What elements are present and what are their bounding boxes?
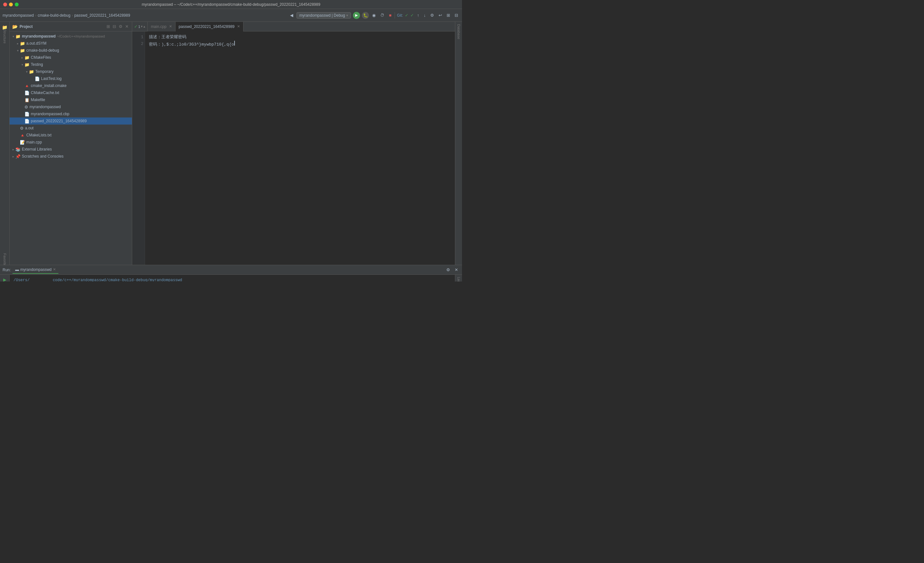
tree-item-scratches[interactable]: ▸ 📌 Scratches and Consoles xyxy=(10,153,132,160)
structure-label[interactable]: Structure xyxy=(2,27,8,46)
tree-label-binary: myrandompasswd xyxy=(30,105,61,109)
run-play-icon[interactable]: ▶ xyxy=(1,276,8,281)
run-output: /Users/ code/c++/myrandompasswd/cmake-bu… xyxy=(10,275,455,281)
tree-item-passwd[interactable]: 📄 passwd_20220221_1645428989 xyxy=(10,117,132,125)
run-close-button[interactable]: ✕ xyxy=(453,267,459,273)
structure-icon[interactable]: Structure xyxy=(1,32,9,41)
run-config-selector[interactable]: myrandompasswd | Debug ▾ xyxy=(297,12,351,19)
git-settings-button[interactable]: ⚙ xyxy=(429,12,435,18)
tree-label-cmake-build: cmake-build-debug xyxy=(26,48,59,53)
tree-label-cmakelists: CMakeLists.txt xyxy=(26,133,52,137)
tree-label-myrandompasswd: myrandompasswd xyxy=(22,34,56,39)
git-pull-button[interactable]: ↓ xyxy=(423,12,428,18)
breadcrumb-item-3[interactable]: passwd_20220221_1645428989 xyxy=(74,13,130,18)
project-panel: 📂 Project ⊞ ⊟ ⚙ ✕ ▾ 📁 myrandompasswd ~/C… xyxy=(10,22,132,265)
run-label: Run: xyxy=(3,268,10,272)
breadcrumb: myrandompasswd › cmake-build-debug › pas… xyxy=(3,13,288,18)
stop-button[interactable]: ■ xyxy=(388,12,393,18)
file-icon-maincpp: 📝 xyxy=(20,140,25,145)
tree-item-temporary[interactable]: ▾ 📁 Temporary xyxy=(10,68,132,75)
output-path1: /Users/ code/c++/myrandompasswd/cmake-bu… xyxy=(14,277,451,281)
gutter-check: ✓ xyxy=(134,24,138,29)
tree-item-cmake-build-debug[interactable]: ▾ 📁 cmake-build-debug xyxy=(10,47,132,54)
tree-item-myrandompasswd-root[interactable]: ▾ 📁 myrandompasswd ~/Code/c++/myrandompa… xyxy=(10,33,132,40)
expand-all-icon[interactable]: ⊞ xyxy=(106,23,111,30)
editor-content: 1 2 描述：王者荣耀密码 密码：),$:c.;lo0/3G3^}mywbp71… xyxy=(132,32,455,265)
line-num-1: 1 xyxy=(134,34,143,41)
close-button[interactable] xyxy=(3,3,7,6)
code-area[interactable]: 描述：王者荣耀密码 密码：),$:c.;lo0/3G3^}mywbp710{,q… xyxy=(145,32,455,265)
run-panel-header: Run: ▬ myrandompasswd ✕ ⚙ ✕ xyxy=(0,265,462,275)
window-controls[interactable] xyxy=(3,3,19,6)
breadcrumb-item-2[interactable]: cmake-build-debug xyxy=(38,13,70,18)
resize-button[interactable]: ⊞ xyxy=(446,12,452,18)
window-title: myrandompasswd – ~/Code/c++/myrandompass… xyxy=(142,2,321,7)
tab-maincpp[interactable]: main.cpp ✕ xyxy=(148,22,176,32)
tree-item-testing[interactable]: ▾ 📁 Testing xyxy=(10,61,132,68)
code-line-2: 密码：),$:c.;lo0/3G3^}mywbp710{,q{o xyxy=(149,41,451,48)
settings-icon[interactable]: ⚙ xyxy=(118,23,123,30)
file-icon-makefile: 📋 xyxy=(24,98,30,102)
file-icon-passwd: 📄 xyxy=(24,119,30,123)
nav-back-button[interactable]: ◀ xyxy=(289,12,294,18)
layout-button[interactable]: ⊟ xyxy=(453,12,459,18)
leetcode-label[interactable]: LeetCode xyxy=(456,276,461,281)
tree-label-makefile: Makefile xyxy=(31,98,45,102)
tree-label-dsym: a.out.dSYM xyxy=(26,41,46,46)
tree-label-cbp: myrandompasswd.cbp xyxy=(31,112,69,116)
close-panel-icon[interactable]: ✕ xyxy=(124,23,129,30)
run-left-icons: ▶ 🔧 ⊞ ↕ 📌 🗑 xyxy=(0,275,10,281)
tree-item-external-libs[interactable]: ▸ 📚 External Libraries xyxy=(10,146,132,153)
tree-label-testing: Testing xyxy=(31,62,43,67)
close-tab-maincpp[interactable]: ✕ xyxy=(169,24,172,29)
coverage-button[interactable]: ◉ xyxy=(371,12,377,18)
file-icon-binary: ⚙ xyxy=(24,105,28,110)
project-panel-header: 📂 Project ⊞ ⊟ ⚙ ✕ xyxy=(10,22,132,32)
tree-item-maincpp[interactable]: 📝 main.cpp xyxy=(10,139,132,146)
debug-button[interactable]: 🐛 xyxy=(362,12,369,19)
undo-button[interactable]: ↩ xyxy=(437,12,443,18)
breadcrumb-item-1[interactable]: myrandompasswd xyxy=(3,13,34,18)
git-check1: ✓ xyxy=(405,13,408,18)
favorites-label-container[interactable]: Favorites xyxy=(1,257,9,265)
tree-label-lasttest: LastTest.log xyxy=(41,77,62,81)
collapse-all-icon[interactable]: ⊟ xyxy=(112,23,117,30)
top-toolbar: myrandompasswd › cmake-build-debug › pas… xyxy=(0,9,462,22)
tree-item-a-out-dsym[interactable]: ▸ 📁 a.out.dSYM xyxy=(10,40,132,47)
tree-label-cmakefiles: CMakeFiles xyxy=(31,55,51,60)
file-icon-aout: ⚙ xyxy=(20,126,24,131)
editor-area: ✓ 1 ▾ ▴ main.cpp ✕ passwd_20220221_16454… xyxy=(132,22,455,265)
tree-item-makefile[interactable]: 📋 Makefile xyxy=(10,96,132,104)
run-right-icons: LeetCode xyxy=(455,275,462,281)
file-icon-cbp: 📄 xyxy=(24,112,30,117)
line-numbers: 1 2 xyxy=(132,32,145,265)
toolbar-right: ◀ myrandompasswd | Debug ▾ ▶ 🐛 ◉ ⏱ ■ Git… xyxy=(289,12,459,19)
tree-label-aout: a.out xyxy=(25,126,34,130)
minimize-button[interactable] xyxy=(9,3,13,6)
code-text-1: 描述：王者荣耀密码 xyxy=(149,34,186,41)
line-num-2: 2 xyxy=(134,41,143,48)
tree-item-aout[interactable]: ⚙ a.out xyxy=(10,125,132,132)
git-check2: ✓ xyxy=(410,13,414,18)
maximize-button[interactable] xyxy=(15,3,19,6)
tree-item-cmakelists[interactable]: 🔺 CMakeLists.txt xyxy=(10,132,132,139)
tree-item-myrandompasswd-bin[interactable]: ⚙ myrandompasswd xyxy=(10,104,132,110)
tree-item-cmakefiles[interactable]: ▸ 📁 CMakeFiles xyxy=(10,54,132,61)
run-button[interactable]: ▶ xyxy=(353,12,360,19)
tree-item-lasttest[interactable]: 📄 LastTest.log xyxy=(10,75,132,82)
run-settings-button[interactable]: ⚙ xyxy=(445,267,452,273)
tree-item-cbp[interactable]: 📄 myrandompasswd.cbp xyxy=(10,110,132,117)
database-label[interactable]: Database xyxy=(456,23,462,40)
run-tab-myrandompasswd[interactable]: ▬ myrandompasswd ✕ xyxy=(12,266,58,274)
tree-item-cmake-install[interactable]: 🔺 cmake_install.cmake xyxy=(10,82,132,89)
tab-passwd[interactable]: passwd_20220221_1645428989 ✕ xyxy=(176,22,243,32)
tab-label-maincpp: main.cpp xyxy=(151,24,166,29)
git-push-button[interactable]: ↑ xyxy=(416,12,421,18)
tree-item-cmakecache[interactable]: 📄 CMakeCache.txt xyxy=(10,89,132,96)
right-sidebar: Database xyxy=(455,22,462,265)
profile-button[interactable]: ⏱ xyxy=(379,12,386,18)
file-icon-cmakelists: 🔺 xyxy=(20,133,25,138)
close-tab-passwd[interactable]: ✕ xyxy=(237,24,240,29)
folder-icon-cmake-build: 📁 xyxy=(20,48,25,53)
file-icon-cmake-install: 🔺 xyxy=(24,83,30,88)
